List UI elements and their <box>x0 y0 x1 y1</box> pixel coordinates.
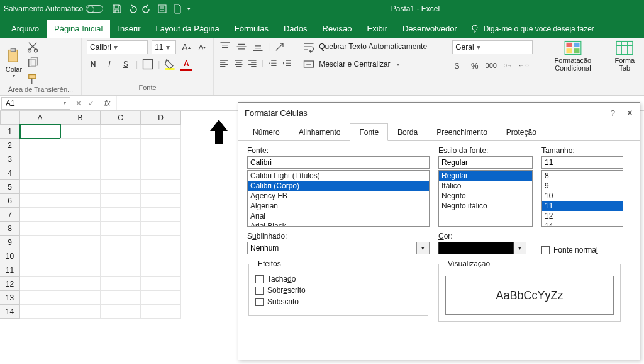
row-header[interactable]: 2 <box>0 139 20 152</box>
tab-pagina-inicial[interactable]: Página Inicial <box>47 20 110 38</box>
cell[interactable] <box>101 180 141 194</box>
cell[interactable] <box>20 152 60 166</box>
merge-center-button[interactable]: Mesclar e Centralizar ▾ <box>303 58 441 71</box>
list-item[interactable]: 8 <box>542 171 623 181</box>
list-item[interactable]: Calibri Light (Títulos) <box>248 171 429 181</box>
row-header[interactable]: 5 <box>0 180 20 194</box>
percent-icon[interactable]: % <box>469 59 481 72</box>
col-header[interactable]: D <box>141 111 181 125</box>
cell[interactable] <box>101 249 141 263</box>
cell[interactable] <box>20 305 60 319</box>
tab-inserir[interactable]: Inserir <box>110 20 148 38</box>
row-header[interactable]: 7 <box>0 208 20 222</box>
redo-icon[interactable] <box>142 4 152 14</box>
list-item[interactable]: 10 <box>542 191 623 201</box>
cell[interactable] <box>101 291 141 305</box>
cell[interactable] <box>20 180 60 194</box>
cell[interactable] <box>60 263 101 277</box>
font-size-combo[interactable]: 11▾ <box>152 40 176 54</box>
align-left-icon[interactable] <box>219 57 230 69</box>
conditional-formatting-button[interactable]: Formatação Condicional <box>540 40 605 72</box>
font-name-combo[interactable]: Calibri▾ <box>87 40 148 54</box>
cell[interactable] <box>60 125 101 139</box>
cell[interactable] <box>141 166 181 180</box>
underline-value[interactable] <box>247 242 417 254</box>
row-header[interactable]: 1 <box>0 125 20 139</box>
cell[interactable] <box>20 166 60 180</box>
orientation-icon[interactable] <box>274 40 286 53</box>
cell[interactable] <box>20 208 60 222</box>
fill-color-icon[interactable] <box>164 58 176 71</box>
align-right-icon[interactable] <box>247 57 258 69</box>
tab-dados[interactable]: Dados <box>276 20 315 38</box>
list-item[interactable]: Negrito itálico <box>439 201 532 211</box>
list-item[interactable]: Arial Black <box>248 221 429 227</box>
cell[interactable] <box>20 277 60 291</box>
cell[interactable] <box>101 277 141 291</box>
cell[interactable] <box>141 208 181 222</box>
dlgtab-numero[interactable]: Número <box>243 123 289 141</box>
cell[interactable] <box>60 152 101 166</box>
cell[interactable] <box>20 236 60 249</box>
style-listbox[interactable]: RegularItálicoNegritoNegrito itálico <box>438 170 533 227</box>
cell[interactable] <box>141 305 181 319</box>
list-item[interactable]: 11 <box>542 201 623 211</box>
cell[interactable] <box>60 291 101 305</box>
list-item[interactable]: 14 <box>542 221 623 227</box>
close-icon[interactable]: ✕ <box>626 108 633 118</box>
underline-button[interactable]: S <box>119 58 132 71</box>
tell-me-search[interactable]: Diga-me o que você deseja fazer <box>465 20 599 38</box>
tab-desenvolvedor[interactable]: Desenvolvedor <box>395 20 465 38</box>
size-input[interactable] <box>541 156 623 169</box>
cell[interactable] <box>101 222 141 236</box>
underline-combo[interactable]: ▾ <box>247 242 430 254</box>
row-header[interactable]: 11 <box>0 263 20 277</box>
autosave-toggle[interactable]: Salvamento Automático <box>4 4 103 13</box>
chevron-down-icon[interactable]: ▾ <box>514 242 526 254</box>
chevron-down-icon[interactable]: ▾ <box>417 242 430 254</box>
cell[interactable] <box>141 125 181 139</box>
accept-formula-icon[interactable]: ✓ <box>88 99 94 108</box>
cell[interactable] <box>101 152 141 166</box>
cell[interactable] <box>60 194 101 208</box>
cell[interactable] <box>20 249 60 263</box>
name-box[interactable]: A1 ▾ <box>1 97 70 110</box>
wrap-text-button[interactable]: Quebrar Texto Automaticamente <box>303 40 441 53</box>
tab-exibir[interactable]: Exibir <box>359 20 395 38</box>
cell[interactable] <box>60 305 101 319</box>
list-item[interactable]: Agency FB <box>248 191 429 201</box>
dlgtab-protecao[interactable]: Proteção <box>497 123 546 141</box>
select-all-corner[interactable] <box>0 111 20 125</box>
cell[interactable] <box>141 139 181 152</box>
cell[interactable] <box>101 263 141 277</box>
increase-decimal-icon[interactable]: .0→ <box>501 59 514 72</box>
size-listbox[interactable]: 8910111214 <box>541 170 623 227</box>
copy-icon[interactable] <box>26 57 39 69</box>
cell[interactable] <box>101 236 141 249</box>
align-top-icon[interactable] <box>219 40 231 53</box>
cell[interactable] <box>141 194 181 208</box>
cell[interactable] <box>141 291 181 305</box>
help-button[interactable]: ? <box>611 108 615 118</box>
list-item[interactable]: Calibri (Corpo) <box>248 181 429 191</box>
thousands-icon[interactable]: 000 <box>485 59 497 72</box>
cell[interactable] <box>141 249 181 263</box>
paste-icon[interactable] <box>5 48 23 65</box>
align-middle-icon[interactable] <box>235 40 248 53</box>
row-header[interactable]: 9 <box>0 236 20 249</box>
cell[interactable] <box>141 277 181 291</box>
cell[interactable] <box>141 236 181 249</box>
dlgtab-fonte[interactable]: Fonte <box>350 123 388 141</box>
row-header[interactable]: 14 <box>0 305 20 319</box>
cell[interactable] <box>101 139 141 152</box>
format-as-table-button[interactable]: Forma Tab <box>611 40 639 72</box>
tab-layout[interactable]: Layout da Página <box>148 20 227 38</box>
cell[interactable] <box>101 194 141 208</box>
row-header[interactable]: 4 <box>0 166 20 180</box>
list-item[interactable]: Regular <box>439 171 532 181</box>
list-item[interactable]: Itálico <box>439 181 532 191</box>
style-input[interactable] <box>438 156 533 169</box>
cell[interactable] <box>20 263 60 277</box>
list-item[interactable]: Arial <box>248 211 429 221</box>
align-bottom-icon[interactable] <box>252 40 264 53</box>
